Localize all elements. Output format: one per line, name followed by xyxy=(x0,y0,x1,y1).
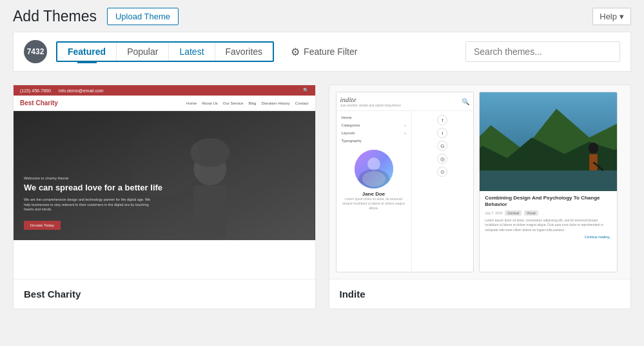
svg-point-12 xyxy=(589,143,598,154)
google-icon: G xyxy=(437,141,447,151)
theme-card-best-charity: (123) 456-7890 info.demo@email.com 🔍 Bes… xyxy=(13,85,316,309)
rss-icon: ◎ xyxy=(437,154,447,164)
indite-tagline: Just another simple and stylish blog the… xyxy=(340,103,402,107)
twitter-icon: t xyxy=(437,128,447,138)
indite-article-content: Combining Design And Psychology To Chang… xyxy=(480,191,617,243)
bc-hero-content: Welcome to charity theme We can spread l… xyxy=(24,176,305,230)
bc-email: info.demo@email.com xyxy=(59,88,104,93)
indite-article-image xyxy=(480,92,617,191)
bc-preview: (123) 456-7890 info.demo@email.com 🔍 Bes… xyxy=(14,85,315,279)
tab-latest[interactable]: Latest xyxy=(169,43,215,61)
bc-nav-links: Home About Us Our Service Blog Donation … xyxy=(186,101,308,105)
article-date: July 7, 2019 xyxy=(485,211,502,215)
bc-logo: Best Charity xyxy=(20,99,58,107)
indite-social-sidebar: f t G ◎ ⊙ xyxy=(412,111,474,271)
github-icon: ⊙ xyxy=(437,167,447,177)
upload-theme-button[interactable]: Upload Theme xyxy=(107,8,179,25)
filter-tabs: Featured Popular Latest Favorites xyxy=(56,41,274,62)
help-button[interactable]: Help ▾ xyxy=(592,8,631,25)
bc-topbar-contact: (123) 456-7890 info.demo@email.com xyxy=(20,88,104,93)
indite-header: indite Just another simple and stylish b… xyxy=(337,92,474,111)
facebook-icon: f xyxy=(437,115,447,125)
filter-bar: 7432 Featured Popular Latest Favorites ⚙… xyxy=(13,32,631,72)
header-left: Add Themes Upload Theme xyxy=(13,8,179,25)
indite-article-title: Combining Design And Psychology To Chang… xyxy=(485,195,612,209)
page-wrapper: Add Themes Upload Theme Help ▾ 7432 Feat… xyxy=(0,0,644,346)
svg-rect-11 xyxy=(480,170,617,191)
search-icon: 🔍 xyxy=(303,88,309,93)
indite-continue-reading[interactable]: Continue reading... xyxy=(485,235,612,239)
tab-featured[interactable]: Featured xyxy=(57,43,117,61)
indite-profile-name: Jane Doe xyxy=(362,191,385,197)
page-header: Add Themes Upload Theme Help ▾ xyxy=(0,0,644,32)
indite-theme-name: Indite xyxy=(329,279,631,309)
search-input[interactable] xyxy=(465,41,620,62)
feature-filter[interactable]: ⚙ Feature Filter xyxy=(284,42,364,62)
theme-preview-indite: indite Just another simple and stylish b… xyxy=(329,85,631,279)
bc-nav: Best Charity Home About Us Our Service B… xyxy=(14,96,315,111)
sidebar-item-layouts[interactable]: Layouts xyxy=(337,129,411,137)
bc-cta-button[interactable]: Donate Today xyxy=(24,221,61,230)
sidebar-item-typography[interactable]: Typography xyxy=(337,137,411,145)
chevron-down-icon: ▾ xyxy=(620,12,624,21)
sidebar-item-home[interactable]: Home xyxy=(337,114,411,121)
bc-phone: (123) 456-7890 xyxy=(20,88,51,93)
visual-tag: Visual xyxy=(524,210,538,216)
indite-logo: indite xyxy=(340,96,402,103)
indite-right-browser: Combining Design And Psychology To Chang… xyxy=(479,92,618,272)
indite-article-body: Lorem ipsum dolor sit amet, consectetur … xyxy=(485,218,612,233)
theme-count-badge: 7432 xyxy=(24,40,47,63)
tab-favorites[interactable]: Favorites xyxy=(215,43,273,61)
feature-filter-label: Feature Filter xyxy=(304,46,357,57)
bc-hero: Welcome to charity theme We can spread l… xyxy=(14,111,315,240)
bc-topbar: (123) 456-7890 info.demo@email.com 🔍 xyxy=(14,85,315,96)
svg-point-4 xyxy=(190,138,229,167)
indite-avatar xyxy=(355,150,393,188)
theme-preview-best-charity: (123) 456-7890 info.demo@email.com 🔍 Bes… xyxy=(14,85,315,279)
bc-hero-title: We can spread love for a better life xyxy=(24,183,305,194)
svg-point-6 xyxy=(367,158,380,170)
indite-article-meta: July 7, 2019 General Visual xyxy=(485,210,612,216)
indite-sidebar-layout: Home Categories Layouts Typography xyxy=(337,111,474,271)
help-label: Help xyxy=(600,12,617,21)
indite-browser: indite Just another simple and stylish b… xyxy=(336,92,474,272)
indite-sidebar: Home Categories Layouts Typography xyxy=(337,111,412,271)
indite-search-icon: 🔍 xyxy=(462,98,469,105)
svg-point-5 xyxy=(355,150,393,188)
bc-theme-name: Best Charity xyxy=(14,279,315,309)
indite-profile-bio: Lorem ipsum dolor sit amet, do eiusmod t… xyxy=(340,197,407,210)
bc-hero-text: We are the comprehensive design and tech… xyxy=(24,198,153,212)
theme-card-indite: indite Just another simple and stylish b… xyxy=(329,85,632,309)
general-tag: General xyxy=(505,210,522,216)
gear-icon: ⚙ xyxy=(291,46,300,58)
tab-popular[interactable]: Popular xyxy=(117,43,169,61)
page-title: Add Themes xyxy=(13,8,97,25)
sidebar-item-categories[interactable]: Categories xyxy=(337,121,411,129)
indite-profile: Jane Doe Lorem ipsum dolor sit amet, do … xyxy=(337,145,411,213)
bc-welcome-text: Welcome to charity theme xyxy=(24,176,305,180)
svg-point-7 xyxy=(362,171,385,187)
themes-grid: (123) 456-7890 info.demo@email.com 🔍 Bes… xyxy=(0,85,644,322)
indite-preview: indite Just another simple and stylish b… xyxy=(329,85,631,279)
svg-rect-13 xyxy=(589,154,598,170)
